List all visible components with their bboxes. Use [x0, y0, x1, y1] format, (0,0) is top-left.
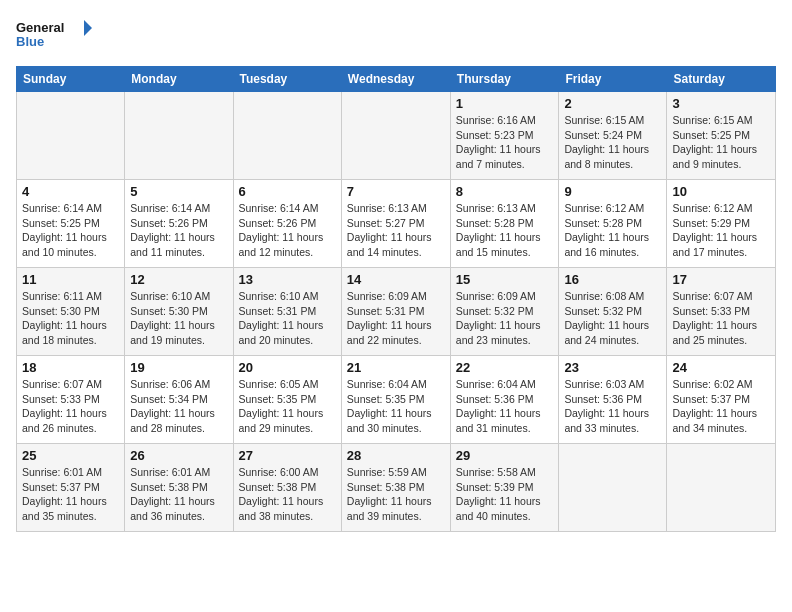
calendar-cell: 23Sunrise: 6:03 AM Sunset: 5:36 PM Dayli…: [559, 356, 667, 444]
calendar-cell: 20Sunrise: 6:05 AM Sunset: 5:35 PM Dayli…: [233, 356, 341, 444]
calendar-cell: 5Sunrise: 6:14 AM Sunset: 5:26 PM Daylig…: [125, 180, 233, 268]
day-info: Sunrise: 6:15 AM Sunset: 5:24 PM Dayligh…: [564, 113, 661, 172]
calendar-cell: 26Sunrise: 6:01 AM Sunset: 5:38 PM Dayli…: [125, 444, 233, 532]
calendar-week-1: 4Sunrise: 6:14 AM Sunset: 5:25 PM Daylig…: [17, 180, 776, 268]
day-number: 27: [239, 448, 336, 463]
day-number: 7: [347, 184, 445, 199]
day-number: 19: [130, 360, 227, 375]
day-info: Sunrise: 6:13 AM Sunset: 5:27 PM Dayligh…: [347, 201, 445, 260]
day-info: Sunrise: 6:13 AM Sunset: 5:28 PM Dayligh…: [456, 201, 554, 260]
day-number: 29: [456, 448, 554, 463]
header-friday: Friday: [559, 67, 667, 92]
day-info: Sunrise: 6:14 AM Sunset: 5:25 PM Dayligh…: [22, 201, 119, 260]
calendar-cell: 22Sunrise: 6:04 AM Sunset: 5:36 PM Dayli…: [450, 356, 559, 444]
day-info: Sunrise: 6:14 AM Sunset: 5:26 PM Dayligh…: [130, 201, 227, 260]
day-info: Sunrise: 5:58 AM Sunset: 5:39 PM Dayligh…: [456, 465, 554, 524]
calendar-cell: 29Sunrise: 5:58 AM Sunset: 5:39 PM Dayli…: [450, 444, 559, 532]
day-number: 20: [239, 360, 336, 375]
day-info: Sunrise: 6:00 AM Sunset: 5:38 PM Dayligh…: [239, 465, 336, 524]
day-info: Sunrise: 6:05 AM Sunset: 5:35 PM Dayligh…: [239, 377, 336, 436]
calendar-cell: 9Sunrise: 6:12 AM Sunset: 5:28 PM Daylig…: [559, 180, 667, 268]
calendar-cell: 24Sunrise: 6:02 AM Sunset: 5:37 PM Dayli…: [667, 356, 776, 444]
calendar-cell: 25Sunrise: 6:01 AM Sunset: 5:37 PM Dayli…: [17, 444, 125, 532]
day-number: 6: [239, 184, 336, 199]
calendar-cell: [233, 92, 341, 180]
calendar-cell: 17Sunrise: 6:07 AM Sunset: 5:33 PM Dayli…: [667, 268, 776, 356]
svg-marker-2: [84, 20, 92, 36]
day-number: 12: [130, 272, 227, 287]
day-number: 24: [672, 360, 770, 375]
day-number: 16: [564, 272, 661, 287]
header-wednesday: Wednesday: [341, 67, 450, 92]
calendar-header-row: SundayMondayTuesdayWednesdayThursdayFrid…: [17, 67, 776, 92]
calendar-table: SundayMondayTuesdayWednesdayThursdayFrid…: [16, 66, 776, 532]
calendar-week-4: 25Sunrise: 6:01 AM Sunset: 5:37 PM Dayli…: [17, 444, 776, 532]
calendar-cell: 16Sunrise: 6:08 AM Sunset: 5:32 PM Dayli…: [559, 268, 667, 356]
calendar-week-2: 11Sunrise: 6:11 AM Sunset: 5:30 PM Dayli…: [17, 268, 776, 356]
calendar-cell: 1Sunrise: 6:16 AM Sunset: 5:23 PM Daylig…: [450, 92, 559, 180]
calendar-cell: 14Sunrise: 6:09 AM Sunset: 5:31 PM Dayli…: [341, 268, 450, 356]
calendar-cell: [125, 92, 233, 180]
calendar-week-3: 18Sunrise: 6:07 AM Sunset: 5:33 PM Dayli…: [17, 356, 776, 444]
calendar-cell: 27Sunrise: 6:00 AM Sunset: 5:38 PM Dayli…: [233, 444, 341, 532]
header-thursday: Thursday: [450, 67, 559, 92]
day-info: Sunrise: 6:07 AM Sunset: 5:33 PM Dayligh…: [22, 377, 119, 436]
calendar-cell: 2Sunrise: 6:15 AM Sunset: 5:24 PM Daylig…: [559, 92, 667, 180]
day-number: 26: [130, 448, 227, 463]
day-info: Sunrise: 6:04 AM Sunset: 5:36 PM Dayligh…: [456, 377, 554, 436]
calendar-cell: 11Sunrise: 6:11 AM Sunset: 5:30 PM Dayli…: [17, 268, 125, 356]
day-number: 1: [456, 96, 554, 111]
day-number: 13: [239, 272, 336, 287]
day-info: Sunrise: 5:59 AM Sunset: 5:38 PM Dayligh…: [347, 465, 445, 524]
day-info: Sunrise: 6:03 AM Sunset: 5:36 PM Dayligh…: [564, 377, 661, 436]
calendar-cell: [559, 444, 667, 532]
day-number: 23: [564, 360, 661, 375]
day-info: Sunrise: 6:01 AM Sunset: 5:38 PM Dayligh…: [130, 465, 227, 524]
day-info: Sunrise: 6:14 AM Sunset: 5:26 PM Dayligh…: [239, 201, 336, 260]
calendar-cell: 10Sunrise: 6:12 AM Sunset: 5:29 PM Dayli…: [667, 180, 776, 268]
day-number: 28: [347, 448, 445, 463]
day-number: 9: [564, 184, 661, 199]
calendar-cell: 12Sunrise: 6:10 AM Sunset: 5:30 PM Dayli…: [125, 268, 233, 356]
day-number: 22: [456, 360, 554, 375]
day-number: 25: [22, 448, 119, 463]
day-number: 18: [22, 360, 119, 375]
day-number: 8: [456, 184, 554, 199]
header-tuesday: Tuesday: [233, 67, 341, 92]
day-info: Sunrise: 6:09 AM Sunset: 5:31 PM Dayligh…: [347, 289, 445, 348]
day-number: 5: [130, 184, 227, 199]
day-info: Sunrise: 6:06 AM Sunset: 5:34 PM Dayligh…: [130, 377, 227, 436]
calendar-cell: 13Sunrise: 6:10 AM Sunset: 5:31 PM Dayli…: [233, 268, 341, 356]
day-number: 17: [672, 272, 770, 287]
calendar-cell: [667, 444, 776, 532]
day-info: Sunrise: 6:09 AM Sunset: 5:32 PM Dayligh…: [456, 289, 554, 348]
day-info: Sunrise: 6:07 AM Sunset: 5:33 PM Dayligh…: [672, 289, 770, 348]
logo-svg: General Blue: [16, 16, 96, 56]
calendar-cell: 18Sunrise: 6:07 AM Sunset: 5:33 PM Dayli…: [17, 356, 125, 444]
header-sunday: Sunday: [17, 67, 125, 92]
calendar-cell: 28Sunrise: 5:59 AM Sunset: 5:38 PM Dayli…: [341, 444, 450, 532]
svg-text:General: General: [16, 20, 64, 35]
calendar-cell: 3Sunrise: 6:15 AM Sunset: 5:25 PM Daylig…: [667, 92, 776, 180]
logo: General Blue: [16, 16, 96, 56]
day-info: Sunrise: 6:11 AM Sunset: 5:30 PM Dayligh…: [22, 289, 119, 348]
calendar-cell: 6Sunrise: 6:14 AM Sunset: 5:26 PM Daylig…: [233, 180, 341, 268]
day-info: Sunrise: 6:02 AM Sunset: 5:37 PM Dayligh…: [672, 377, 770, 436]
calendar-cell: 7Sunrise: 6:13 AM Sunset: 5:27 PM Daylig…: [341, 180, 450, 268]
calendar-cell: 4Sunrise: 6:14 AM Sunset: 5:25 PM Daylig…: [17, 180, 125, 268]
day-number: 15: [456, 272, 554, 287]
calendar-cell: 8Sunrise: 6:13 AM Sunset: 5:28 PM Daylig…: [450, 180, 559, 268]
calendar-week-0: 1Sunrise: 6:16 AM Sunset: 5:23 PM Daylig…: [17, 92, 776, 180]
day-info: Sunrise: 6:16 AM Sunset: 5:23 PM Dayligh…: [456, 113, 554, 172]
day-number: 4: [22, 184, 119, 199]
day-info: Sunrise: 6:12 AM Sunset: 5:29 PM Dayligh…: [672, 201, 770, 260]
calendar-cell: 15Sunrise: 6:09 AM Sunset: 5:32 PM Dayli…: [450, 268, 559, 356]
calendar-cell: [341, 92, 450, 180]
day-info: Sunrise: 6:08 AM Sunset: 5:32 PM Dayligh…: [564, 289, 661, 348]
day-number: 11: [22, 272, 119, 287]
day-info: Sunrise: 6:01 AM Sunset: 5:37 PM Dayligh…: [22, 465, 119, 524]
day-info: Sunrise: 6:10 AM Sunset: 5:30 PM Dayligh…: [130, 289, 227, 348]
day-number: 10: [672, 184, 770, 199]
day-info: Sunrise: 6:10 AM Sunset: 5:31 PM Dayligh…: [239, 289, 336, 348]
header-saturday: Saturday: [667, 67, 776, 92]
